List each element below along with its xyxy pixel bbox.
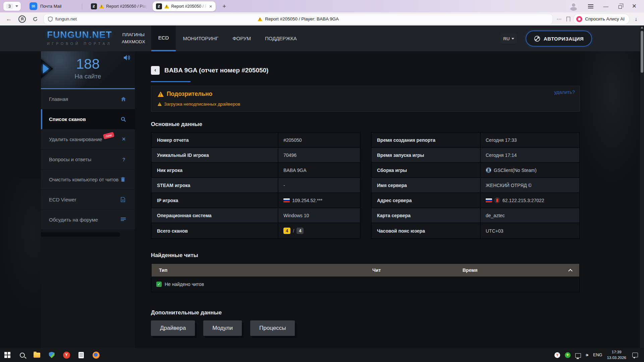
row-key: Ник игрока <box>152 163 278 177</box>
taskbar-yandex-browser[interactable]: Y <box>59 348 74 362</box>
chevron-down-icon <box>15 5 18 7</box>
taskbar-clock[interactable]: 17:39 13.03.2026 <box>607 349 626 360</box>
tab-close-icon[interactable]: × <box>209 4 212 9</box>
nav-item-forum[interactable]: ФОРУМ <box>225 25 258 51</box>
clock-date: 13.03.2026 <box>607 356 626 360</box>
trash-icon <box>121 177 127 182</box>
sidebar-item-faq[interactable]: Вопросы и ответы ? <box>41 149 135 170</box>
firefox-icon <box>93 352 100 359</box>
maximize-button[interactable] <box>619 5 622 9</box>
scroll-up-icon[interactable] <box>641 26 643 28</box>
auth-button[interactable]: АВТОРИЗАЦИЯ <box>526 31 592 47</box>
taskbar-defender[interactable] <box>44 348 59 362</box>
sidebar-item-ecd-viewer[interactable]: ECD Viewer <box>41 190 135 210</box>
browser-tab-bar: 3 ✉ Почта Mail Ƶ Report #205050 / Play Ƶ… <box>0 0 644 12</box>
cheats-empty-text: Не найдено читов <box>165 282 204 287</box>
taskbar-notes-app[interactable] <box>74 348 89 362</box>
processes-button[interactable]: Процессы <box>250 320 295 336</box>
table-row: Операционная система Windows 10 <box>152 208 360 223</box>
nav-item-ecd[interactable]: ECD <box>151 25 176 51</box>
modules-button[interactable]: Модули <box>203 320 242 336</box>
row-key: Операционная система <box>152 208 278 223</box>
page-scrollbar[interactable] <box>640 25 644 348</box>
sidebar-item-delete-scan[interactable]: Удалить сканирование new × <box>41 129 135 149</box>
table-row: Сборка игры GSClient(No Steam) <box>372 163 579 178</box>
column-header-time[interactable]: Время <box>463 267 569 273</box>
chevron-down-icon <box>512 38 514 40</box>
collapse-caret-icon[interactable] <box>568 269 573 273</box>
sidebar-item-forum-discuss[interactable]: Обсудить на форуме <box>41 210 135 230</box>
alice-label: Спросить Алису AI <box>585 16 625 21</box>
sidebar-item-scan-list[interactable]: Список сканов <box>41 109 135 129</box>
site-logo[interactable]: FUNGUN.NET ИГРОВОЙ ПОРТАЛ <box>47 29 112 46</box>
sidebar-item-clean-pc[interactable]: Очистить компьютер от читов <box>41 170 135 190</box>
nav-item-plugins[interactable]: ПЛАГИНЫ AMXMODX <box>116 25 151 51</box>
notification-icon[interactable] <box>632 353 638 357</box>
yandex-browser-icon: Y <box>63 352 70 359</box>
system-tray: Y 🕪 ENG 17:39 13.03.2026 <box>554 349 644 360</box>
address-bar[interactable]: fungun.net Report #205050 / Player: BABA… <box>44 14 552 24</box>
report-title: BABA 9GA (отчет номер #205050) <box>164 67 268 74</box>
verdict-row: Подозрительно <box>158 90 212 98</box>
logo-subtitle: ИГРОВОЙ ПОРТАЛ <box>47 42 112 46</box>
downloads-icon[interactable]: ↓ <box>635 16 637 22</box>
drivers-button[interactable]: Драйвера <box>151 320 195 336</box>
nav-item-support[interactable]: ПОДДЕРЖКА <box>258 25 304 51</box>
network-icon[interactable] <box>575 353 581 358</box>
tab-counter[interactable]: 3 <box>3 2 21 11</box>
taskbar-explorer[interactable] <box>30 348 44 362</box>
section-title-found-cheats: Найденные читы <box>151 252 198 258</box>
row-value: ЖЕНСКИЙ ОТРЯД © <box>486 183 532 188</box>
taskbar-firefox[interactable] <box>89 348 103 362</box>
sidebar-item-label: Обсудить на форуме <box>49 217 121 223</box>
row-key: Часовой пояс юзера <box>372 223 481 238</box>
tray-yandex-icon[interactable]: Y <box>554 352 560 358</box>
taskbar-search[interactable] <box>15 348 30 362</box>
report-title-row: ‹ BABA 9GA (отчет номер #205050) <box>151 66 268 75</box>
minimize-button[interactable]: — <box>603 3 608 9</box>
site-header: FUNGUN.NET ИГРОВОЙ ПОРТАЛ ПЛАГИНЫ AMXMOD… <box>0 25 644 51</box>
mail-label: Почта Mail <box>40 4 62 9</box>
row-key: Адрес сервера <box>372 193 481 207</box>
ask-alice-button[interactable]: Спросить Алису AI <box>574 14 629 24</box>
volume-icon[interactable]: 🕪 <box>586 352 588 358</box>
refresh-icon[interactable] <box>33 16 38 22</box>
mail-icon: ✉ <box>30 2 37 10</box>
security-shield-icon[interactable] <box>48 16 53 22</box>
back-button[interactable]: ‹ <box>151 66 160 75</box>
sidebar-menu: Главная Список сканов Удалить сканирован… <box>41 89 135 230</box>
pinned-mail-tab[interactable]: ✉ Почта Mail <box>30 2 62 10</box>
table-row: Адрес сервера 62.122.215.3:27022 <box>372 193 579 208</box>
profile-avatar[interactable] <box>569 2 578 11</box>
steam-icon <box>534 36 540 42</box>
tray-green-icon[interactable] <box>565 352 571 358</box>
scans-done-badge: 4 <box>283 228 290 234</box>
bookmark-icon[interactable] <box>567 17 570 21</box>
tab-title: Report #205050 / Pl <box>171 4 207 9</box>
background-art <box>572 51 639 192</box>
more-actions-icon[interactable]: ⋯ <box>556 16 562 22</box>
row-key: Карта сервера <box>372 208 481 223</box>
close-button[interactable]: ✕ <box>632 3 637 10</box>
new-tab-button[interactable]: + <box>220 2 229 11</box>
scrollbar-thumb[interactable] <box>641 31 643 73</box>
sidebar-item-label: Главная <box>49 96 121 102</box>
column-header-cheat[interactable]: Чит <box>372 267 463 273</box>
language-indicator[interactable]: ENG <box>593 353 602 357</box>
tab-report-2-active[interactable]: Ƶ Report #205050 / Pl × <box>153 1 216 11</box>
language-select[interactable]: RU <box>500 34 517 44</box>
tab-count-number: 3 <box>6 4 13 9</box>
column-header-type[interactable]: Тип <box>159 267 372 273</box>
browser-menu-icon[interactable] <box>588 4 593 8</box>
back-icon[interactable]: ← <box>6 16 12 22</box>
nav-item-monitoring[interactable]: МОНИТОРИНГ <box>176 25 225 51</box>
row-value: 70496 <box>283 153 297 158</box>
delete-report-link[interactable]: удалить? <box>554 89 575 95</box>
row-value: #205050 <box>283 137 302 143</box>
yandex-icon[interactable]: Я <box>18 15 26 23</box>
window-controls: — ✕ <box>569 0 644 12</box>
tab-report-1[interactable]: Ƶ Report #205050 / Play <box>88 1 151 11</box>
sidebar-item-home[interactable]: Главная <box>41 89 135 109</box>
section-title-extra-data: Дополнительные данные <box>151 309 222 316</box>
start-button[interactable] <box>0 348 15 362</box>
